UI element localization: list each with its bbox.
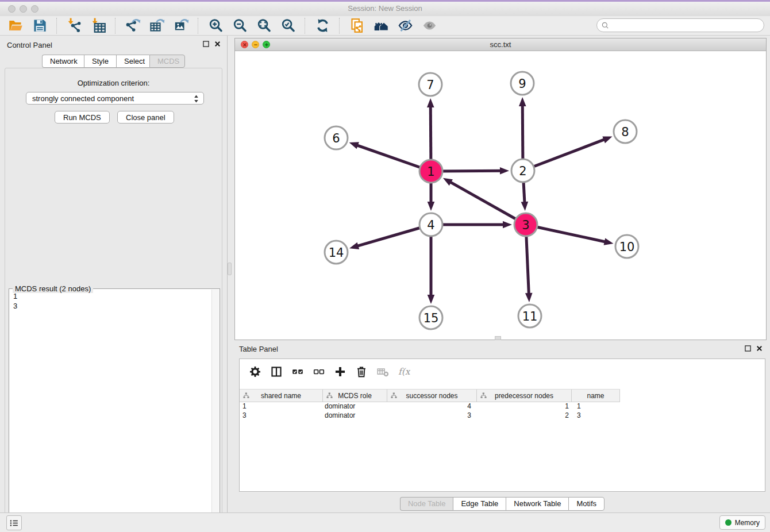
- network-neighborhood-button[interactable]: [371, 17, 391, 34]
- table-rows: 1dominator4113dominator323: [240, 402, 765, 420]
- float-table-panel-button[interactable]: [744, 344, 753, 353]
- graph-node-7[interactable]: 7: [419, 73, 442, 96]
- zoom-selected-button[interactable]: [278, 17, 298, 34]
- select-all-columns-button[interactable]: [288, 363, 307, 381]
- table-cell: 4: [387, 402, 477, 411]
- column-header-MCDS-role[interactable]: MCDS role: [323, 390, 387, 402]
- table-panel-tabs: Node TableEdge TableNetwork TableMotifs: [234, 497, 770, 511]
- zoom-fit-content-button[interactable]: [253, 17, 274, 34]
- tab-select[interactable]: Select: [116, 55, 149, 68]
- clone-network-icon: [349, 18, 365, 33]
- zoom-selected-icon: [280, 18, 296, 33]
- table-cell: 3: [387, 411, 477, 420]
- graph-node-6[interactable]: 6: [325, 126, 348, 149]
- float-panel-button[interactable]: [202, 39, 211, 48]
- run-mcds-button[interactable]: Run MCDS: [55, 111, 110, 124]
- float-icon: [202, 40, 210, 48]
- mcds-result-box: MCDS result (2 nodes) 13: [9, 288, 220, 532]
- mcds-result-list[interactable]: 13: [9, 291, 212, 532]
- mcds-result-scrollbar[interactable]: [211, 290, 219, 532]
- table-cell: dominator: [323, 411, 387, 420]
- delete-columns-button[interactable]: [352, 363, 371, 381]
- table-cell: 3: [240, 411, 323, 420]
- optimization-criterion-label: Optimization criterion:: [5, 79, 222, 87]
- graph-node-9[interactable]: 9: [511, 72, 534, 95]
- column-header-predecessor-nodes[interactable]: predecessor nodes: [477, 390, 572, 402]
- network-scrollbar-handle[interactable]: [495, 336, 501, 340]
- graph-edge-3-10[interactable]: [526, 225, 614, 245]
- export-network-button[interactable]: [122, 17, 143, 34]
- close-table-panel-button[interactable]: [755, 344, 764, 353]
- network-canvas[interactable]: 1234678910111415: [235, 51, 766, 340]
- tab-style[interactable]: Style: [84, 55, 116, 68]
- search-icon: [601, 21, 610, 30]
- unselect-all-columns-button[interactable]: [309, 363, 329, 381]
- table-cell: 1: [477, 402, 572, 411]
- search-box[interactable]: [596, 18, 764, 32]
- zoom-fit-icon: [256, 18, 272, 33]
- graph-node-3[interactable]: 3: [514, 213, 537, 236]
- refresh-icon: [315, 18, 330, 33]
- toolbar-separator: [339, 18, 340, 34]
- svg-text:2: 2: [519, 164, 526, 178]
- close-panel-action-button[interactable]: Close panel: [117, 111, 174, 124]
- column-header-successor-nodes[interactable]: successor nodes: [387, 390, 477, 402]
- table-row[interactable]: 1dominator411: [240, 402, 765, 411]
- tree-icon: [243, 392, 249, 399]
- graph-node-11[interactable]: 11: [518, 304, 541, 327]
- save-session-button[interactable]: [29, 17, 50, 34]
- export-image-button[interactable]: [171, 17, 191, 34]
- tab-network[interactable]: Network: [42, 55, 84, 68]
- tab-edge-table[interactable]: Edge Table: [453, 497, 506, 511]
- search-input[interactable]: [610, 20, 764, 31]
- graph-edge-2-8[interactable]: [523, 136, 613, 171]
- close-panel-button[interactable]: [213, 39, 222, 48]
- graph-node-8[interactable]: 8: [614, 120, 637, 143]
- dropdown-stepper-icon: [193, 94, 199, 105]
- graph-edge-4-14[interactable]: [349, 225, 431, 249]
- svg-text:10: 10: [619, 240, 635, 254]
- fx-icon: f(x): [398, 365, 410, 378]
- toolbar-separator: [115, 18, 116, 34]
- column-header-name[interactable]: name: [572, 390, 620, 402]
- table-row[interactable]: 3dominator323: [240, 411, 765, 420]
- mcds-result-item: 1: [9, 291, 212, 301]
- clone-network-button[interactable]: [346, 17, 367, 34]
- show-panels-list-button[interactable]: [6, 515, 22, 530]
- zoom-out-button[interactable]: [229, 17, 250, 34]
- graph-node-14[interactable]: 14: [325, 241, 348, 264]
- criterion-dropdown[interactable]: strongly connected component: [26, 92, 204, 105]
- graph-node-4[interactable]: 4: [419, 213, 442, 236]
- graph-node-1[interactable]: 1: [419, 160, 442, 183]
- zoom-in-button[interactable]: [205, 17, 226, 34]
- import-table-from-file-button[interactable]: [88, 17, 109, 34]
- memory-button[interactable]: Memory: [719, 515, 765, 530]
- export-table-button[interactable]: [147, 17, 167, 34]
- column-layout-button[interactable]: [267, 363, 286, 381]
- panel-splitter-handle[interactable]: [228, 263, 232, 275]
- table-header-row: shared nameMCDS rolesuccessor nodesprede…: [240, 389, 620, 402]
- graph-node-2[interactable]: 2: [511, 159, 534, 182]
- network-view-title: scc.txt: [235, 40, 766, 49]
- tab-network-table[interactable]: Network Table: [506, 497, 568, 511]
- open-session-button[interactable]: [5, 17, 26, 34]
- tab-motifs[interactable]: Motifs: [568, 497, 605, 511]
- create-new-column-button[interactable]: [330, 363, 350, 381]
- table-panel-title: Table Panel: [239, 345, 278, 353]
- graph-edge-1-6[interactable]: [349, 142, 431, 171]
- column-header-label: successor nodes: [406, 392, 457, 400]
- column-header-shared-name[interactable]: shared name: [240, 390, 323, 402]
- table-toolbar: f(x): [240, 359, 765, 384]
- tab-mcds[interactable]: MCDS: [149, 55, 185, 68]
- import-network-from-file-button[interactable]: [64, 17, 84, 34]
- table-settings-button[interactable]: [245, 363, 265, 381]
- svg-text:1: 1: [427, 165, 434, 179]
- graph-edge-3-1[interactable]: [443, 178, 526, 225]
- apply-preferred-layout-button[interactable]: [312, 17, 333, 34]
- hide-selected-button[interactable]: [395, 17, 415, 34]
- column-header-label: shared name: [261, 392, 301, 400]
- graph-node-15[interactable]: 15: [419, 306, 442, 329]
- graph-node-10[interactable]: 10: [615, 235, 638, 258]
- tab-node-table[interactable]: Node Table: [400, 497, 453, 511]
- mcds-result-item: 3: [9, 301, 212, 311]
